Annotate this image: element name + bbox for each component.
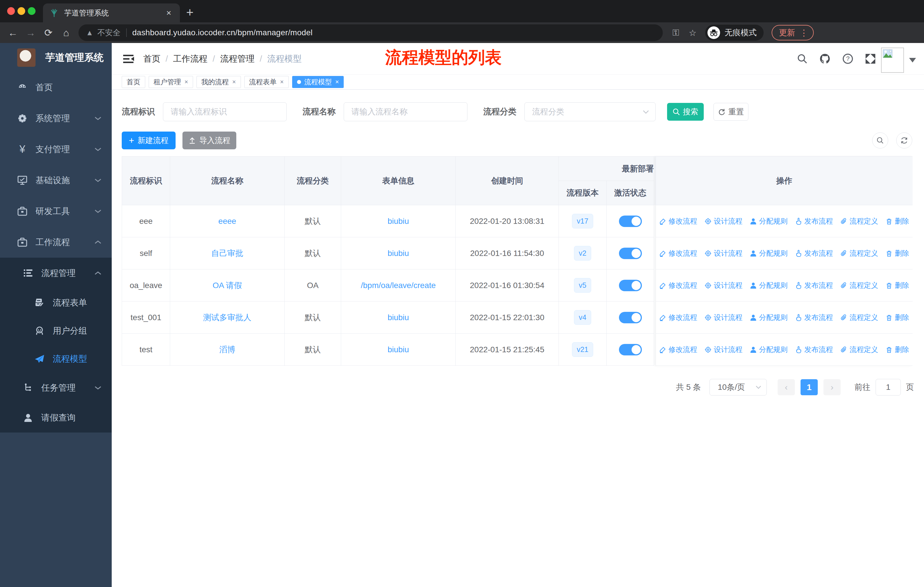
process-name-input[interactable] <box>344 103 467 121</box>
breadcrumb-process-management[interactable]: 流程管理 <box>220 53 255 65</box>
process-id-input[interactable] <box>163 103 287 121</box>
reload-button[interactable]: ⟳ <box>40 27 57 38</box>
assign-rule-link[interactable]: 分配规则 <box>750 281 788 290</box>
delete-link[interactable]: 删除 <box>886 345 909 354</box>
delete-link[interactable]: 删除 <box>886 281 909 290</box>
maximize-window-button[interactable] <box>28 7 36 15</box>
back-button[interactable]: ← <box>4 27 22 38</box>
process-name-link[interactable]: eeee <box>218 217 236 226</box>
edit-process-link[interactable]: 修改流程 <box>659 248 697 258</box>
forward-button[interactable]: → <box>22 27 40 38</box>
process-name-link[interactable]: OA 请假 <box>213 280 242 291</box>
form-info-link[interactable]: /bpm/oa/leave/create <box>361 281 436 290</box>
publish-process-link[interactable]: 发布流程 <box>795 248 833 258</box>
sidebar-item-system[interactable]: 系统管理 <box>0 103 112 134</box>
sidebar-collapse-icon[interactable] <box>122 53 135 65</box>
delete-link[interactable]: 删除 <box>886 217 909 226</box>
edit-process-link[interactable]: 修改流程 <box>659 281 697 290</box>
sidebar-item-task-management[interactable]: 任务管理 <box>0 373 112 403</box>
sidebar-item-infrastructure[interactable]: 基础设施 <box>0 165 112 196</box>
process-name-link[interactable]: 滔博 <box>219 344 236 355</box>
assign-rule-link[interactable]: 分配规则 <box>750 248 788 258</box>
browser-menu-icon[interactable]: ⋮ <box>800 28 808 38</box>
sidebar-logo[interactable]: 芋道管理系统 <box>0 43 112 72</box>
search-icon[interactable] <box>797 53 808 64</box>
sidebar-item-user-group[interactable]: 用户分组 <box>0 317 112 345</box>
design-process-link[interactable]: 设计流程 <box>705 248 742 258</box>
sidebar-item-leave-query[interactable]: 请假查询 <box>0 403 112 433</box>
publish-process-link[interactable]: 发布流程 <box>795 345 833 354</box>
close-icon[interactable]: × <box>185 78 188 86</box>
refresh-table-button[interactable] <box>896 132 912 149</box>
help-icon[interactable]: ? <box>842 53 853 64</box>
create-process-button[interactable]: + 新建流程 <box>122 132 176 149</box>
breadcrumb-home[interactable]: 首页 <box>143 53 160 65</box>
design-process-link[interactable]: 设计流程 <box>705 345 742 354</box>
publish-process-link[interactable]: 发布流程 <box>795 217 833 226</box>
password-key-icon[interactable]: ⚿ <box>673 28 679 38</box>
process-definition-link[interactable]: 流程定义 <box>840 313 878 322</box>
avatar-dropdown-caret[interactable] <box>909 58 916 63</box>
goto-page-input[interactable] <box>876 379 901 395</box>
edit-process-link[interactable]: 修改流程 <box>659 217 697 226</box>
active-toggle[interactable] <box>619 280 642 291</box>
close-icon[interactable]: × <box>280 78 284 86</box>
close-window-button[interactable] <box>7 7 15 15</box>
assign-rule-link[interactable]: 分配规则 <box>750 313 788 322</box>
user-avatar[interactable] <box>881 48 904 73</box>
update-button[interactable]: 更新 ⋮ <box>772 25 814 40</box>
view-tab-process-form[interactable]: 流程表单 × <box>244 76 289 88</box>
minimize-window-button[interactable] <box>18 7 25 15</box>
form-info-link[interactable]: biubiu <box>388 249 409 258</box>
active-toggle[interactable] <box>619 344 642 356</box>
delete-link[interactable]: 删除 <box>886 313 909 322</box>
new-tab-button[interactable]: + <box>186 5 194 20</box>
active-toggle[interactable] <box>619 248 642 259</box>
sidebar-item-devtools[interactable]: 研发工具 <box>0 196 112 227</box>
publish-process-link[interactable]: 发布流程 <box>795 281 833 290</box>
page-size-select[interactable]: 10条/页 <box>710 379 767 395</box>
tab-close-icon[interactable]: × <box>164 8 173 18</box>
home-button[interactable]: ⌂ <box>57 27 75 38</box>
process-category-select[interactable]: 流程分类 <box>525 103 656 121</box>
design-process-link[interactable]: 设计流程 <box>705 313 742 322</box>
active-toggle[interactable] <box>619 215 642 227</box>
delete-link[interactable]: 删除 <box>886 248 909 258</box>
form-info-link[interactable]: biubiu <box>388 313 409 322</box>
github-icon[interactable] <box>819 53 831 64</box>
close-icon[interactable]: × <box>232 78 236 86</box>
design-process-link[interactable]: 设计流程 <box>705 281 742 290</box>
process-definition-link[interactable]: 流程定义 <box>840 248 878 258</box>
active-toggle[interactable] <box>619 312 642 323</box>
page-number-button[interactable]: 1 <box>800 379 818 395</box>
view-tab-process-model[interactable]: 流程模型 × <box>292 76 344 88</box>
sidebar-item-home[interactable]: 首页 <box>0 72 112 103</box>
form-info-link[interactable]: biubiu <box>388 345 409 354</box>
form-info-link[interactable]: biubiu <box>388 217 409 226</box>
prev-page-button[interactable]: ‹ <box>778 379 795 395</box>
process-definition-link[interactable]: 流程定义 <box>840 281 878 290</box>
process-name-link[interactable]: 测试多审批人 <box>203 312 251 323</box>
close-icon[interactable]: × <box>335 78 339 86</box>
view-tab-tenant[interactable]: 租户管理 × <box>148 76 193 88</box>
toggle-search-button[interactable] <box>872 132 888 149</box>
process-definition-link[interactable]: 流程定义 <box>840 345 878 354</box>
sidebar-item-process-management[interactable]: 流程管理 <box>0 258 112 289</box>
breadcrumb-workflow[interactable]: 工作流程 <box>173 53 207 65</box>
sidebar-item-process-form[interactable]: 流程表单 <box>0 289 112 317</box>
bookmark-star-icon[interactable]: ☆ <box>689 28 696 38</box>
fullscreen-icon[interactable] <box>865 53 876 64</box>
import-process-button[interactable]: 导入流程 <box>182 132 236 149</box>
sidebar-item-workflow[interactable]: 工作流程 <box>0 227 112 258</box>
reset-button[interactable]: 重置 <box>713 103 748 121</box>
next-page-button[interactable]: › <box>823 379 841 395</box>
address-bar[interactable]: ▲ 不安全 dashboard.yudao.iocoder.cn/bpm/man… <box>79 24 663 41</box>
edit-process-link[interactable]: 修改流程 <box>659 345 697 354</box>
design-process-link[interactable]: 设计流程 <box>705 217 742 226</box>
view-tab-home[interactable]: 首页 <box>122 76 145 88</box>
search-button[interactable]: 搜索 <box>667 103 704 121</box>
sidebar-item-payment[interactable]: ¥ 支付管理 <box>0 134 112 165</box>
process-name-link[interactable]: 自己审批 <box>211 248 243 259</box>
process-definition-link[interactable]: 流程定义 <box>840 217 878 226</box>
sidebar-item-process-model[interactable]: 流程模型 <box>0 345 112 373</box>
